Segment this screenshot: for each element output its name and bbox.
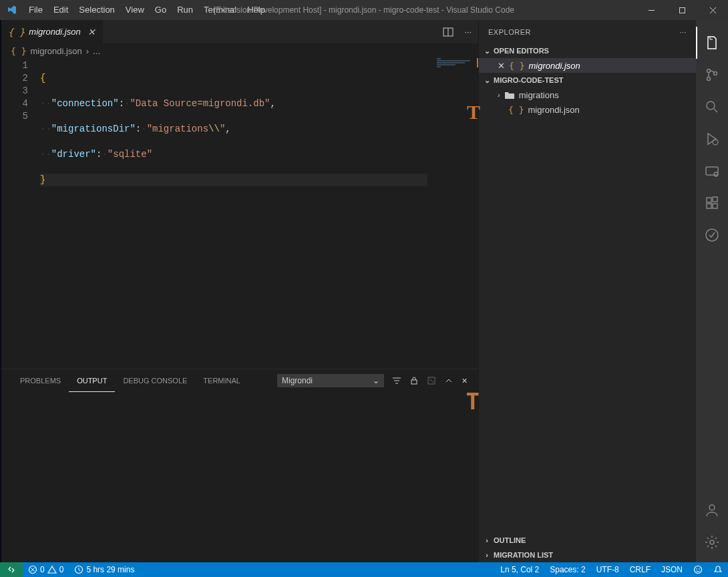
activity-scm-icon[interactable] [696, 59, 728, 91]
panel-tab-debug-console[interactable]: DEBUG CONSOLE [115, 369, 195, 392]
status-notifications-icon[interactable] [708, 562, 728, 577]
editor-region: { } migrondi.json ✕ ··· { } migrondi.jso… [0, 20, 478, 562]
svg-point-12 [707, 69, 711, 73]
breadcrumb[interactable]: { } migrondi.json › ... [1, 43, 478, 58]
filter-icon[interactable] [392, 376, 401, 385]
status-error-count: 0 [40, 565, 45, 574]
close-panel-icon[interactable]: ✕ [462, 377, 468, 385]
status-encoding[interactable]: UTF-8 [591, 562, 624, 577]
activity-migrondi-icon[interactable] [696, 219, 728, 251]
breadcrumb-sep: › [86, 46, 89, 56]
svg-line-11 [429, 379, 433, 383]
close-editor-icon[interactable]: ✕ [498, 61, 505, 71]
overlay-letter: T [467, 101, 480, 124]
svg-rect-22 [713, 204, 717, 208]
status-time-text: 5 hrs 29 mins [86, 565, 134, 574]
section-label: MIGRO-CODE-TEST [494, 76, 564, 84]
section-label: OUTLINE [494, 536, 526, 544]
minimap[interactable] [437, 58, 477, 88]
panel-tab-terminal[interactable]: TERMINAL [195, 369, 248, 392]
svg-point-31 [695, 566, 702, 574]
activity-run-icon[interactable] [696, 123, 728, 155]
lock-scroll-icon[interactable] [409, 376, 419, 385]
status-feedback-icon[interactable] [688, 562, 708, 577]
open-editor-item[interactable]: ✕ { } migrondi.json [479, 58, 696, 73]
menu-go[interactable]: Go [150, 0, 172, 20]
section-open-editors[interactable]: ⌄ OPEN EDITORS [479, 43, 696, 58]
menu-file[interactable]: File [23, 0, 48, 20]
more-actions-icon[interactable]: ··· [464, 27, 472, 37]
close-button[interactable] [697, 0, 728, 20]
sidebar-more-icon[interactable]: ··· [679, 28, 687, 36]
activity-remote-icon[interactable] [696, 155, 728, 187]
sidebar-explorer: EXPLORER ··· ⌄ OPEN EDITORS ✕ { } migron… [478, 20, 696, 562]
sidebar-title-text: EXPLORER [488, 28, 531, 36]
line-number: 1 [1, 59, 40, 72]
editor-tab-migrondi[interactable]: { } migrondi.json ✕ [1, 20, 103, 43]
section-label: OPEN EDITORS [494, 47, 549, 55]
split-editor-icon[interactable] [443, 27, 453, 37]
vscode-logo-icon [0, 5, 23, 15]
json-icon: { } [509, 61, 524, 71]
tab-close-icon[interactable]: ✕ [87, 27, 96, 37]
status-language[interactable]: JSON [656, 562, 688, 577]
status-problems[interactable]: 0 0 [23, 562, 69, 577]
svg-point-26 [710, 540, 714, 544]
activity-account-icon[interactable] [696, 494, 728, 526]
section-migration-list[interactable]: › MIGRATION LIST [479, 548, 696, 562]
panel-tab-output[interactable]: OUTPUT [69, 369, 115, 392]
status-eol[interactable]: CRLF [624, 562, 656, 577]
clear-output-icon[interactable] [427, 376, 436, 385]
activity-search-icon[interactable] [696, 91, 728, 123]
collapse-panel-icon[interactable] [444, 376, 453, 385]
svg-point-24 [706, 229, 718, 241]
minimize-button[interactable] [636, 0, 667, 20]
output-body[interactable]: T [1, 392, 478, 562]
status-warning-count: 0 [59, 565, 64, 574]
tree-folder-migrations[interactable]: › migrations [479, 87, 696, 102]
tree-file-migrondi[interactable]: { } migrondi.json T [479, 102, 696, 117]
line-number: 5 [1, 110, 40, 123]
code-token: { [40, 73, 45, 83]
tree-file-label: migrondi.json [528, 105, 579, 115]
svg-rect-23 [713, 197, 717, 202]
statusbar: 0 0 5 hrs 29 mins Ln 5, Col 2 Spaces: 2 … [0, 562, 728, 577]
code-token: } [40, 174, 45, 185]
menu-run[interactable]: Run [172, 0, 198, 20]
activity-explorer-icon[interactable] [696, 27, 728, 59]
folder-icon [504, 90, 515, 100]
section-project[interactable]: ⌄ MIGRO-CODE-TEST [479, 73, 696, 87]
chevron-right-icon: › [483, 536, 491, 544]
svg-rect-18 [706, 167, 718, 175]
output-channel-select[interactable]: Migrondi ⌄ [277, 374, 384, 387]
titlebar: File Edit Selection View Go Run Terminal… [0, 0, 728, 20]
menu-selection[interactable]: Selection [73, 0, 120, 20]
activity-settings-icon[interactable] [696, 526, 728, 558]
panel-tab-problems[interactable]: PROBLEMS [12, 369, 69, 392]
tree-folder-label: migrations [519, 90, 559, 100]
tab-filename: migrondi.json [29, 27, 80, 37]
svg-rect-9 [411, 380, 417, 384]
chevron-down-icon: ⌄ [373, 376, 379, 385]
window-title: [Extension Development Host] - migrondi.… [214, 5, 514, 15]
code-token: "Data Source=migrondi.db" [130, 98, 270, 109]
section-outline[interactable]: › OUTLINE [479, 533, 696, 548]
code-area[interactable]: { ··"connection":·"Data Source=migrondi.… [40, 58, 478, 369]
menu-view[interactable]: View [120, 0, 150, 20]
status-remote-icon[interactable] [0, 562, 23, 577]
chevron-right-icon: › [483, 551, 491, 559]
chevron-right-icon: › [498, 91, 500, 99]
maximize-button[interactable] [667, 0, 697, 20]
svg-rect-21 [707, 204, 711, 208]
code-token: "migrationsDir" [51, 124, 136, 134]
status-cursor[interactable]: Ln 5, Col 2 [495, 562, 544, 577]
activity-extensions-icon[interactable] [696, 187, 728, 219]
open-editor-filename: migrondi.json [528, 61, 580, 71]
panel-tabs: PROBLEMS OUTPUT DEBUG CONSOLE TERMINAL M… [1, 369, 478, 392]
svg-point-13 [707, 77, 711, 81]
status-spaces[interactable]: Spaces: 2 [544, 562, 590, 577]
editor[interactable]: 1 2 3 4 5 { ··"connection":·"Data Source… [1, 58, 478, 369]
status-time[interactable]: 5 hrs 29 mins [69, 562, 140, 577]
json-icon: { } [508, 105, 524, 115]
menu-edit[interactable]: Edit [48, 0, 73, 20]
